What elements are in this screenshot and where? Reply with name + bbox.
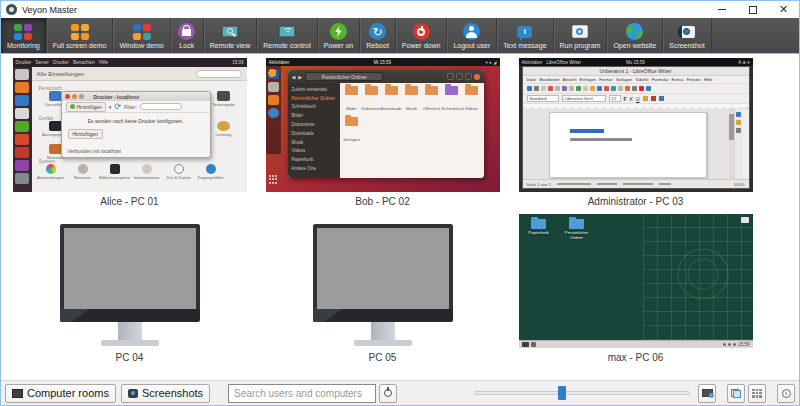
alice-settings-search (196, 70, 242, 78)
alice-settings-item: Zugangshilfen (195, 164, 227, 180)
computer-label: max - PC 06 (608, 352, 664, 363)
admin-menubar: Datei Bearbeiten Ansicht Einfügen Format… (523, 76, 749, 84)
alice-settings-item: Anwendungen (35, 164, 67, 180)
view-option-buttons: i (698, 384, 795, 403)
max-desktop-icon-trash: Papierkorb (521, 219, 557, 235)
toolbar-button-remote-view[interactable]: Remote view (204, 18, 257, 53)
computer-label: Bob - PC 02 (355, 196, 409, 207)
fullscreen-demo-icon (70, 23, 90, 41)
alice-settings-item: Informationen (131, 164, 163, 180)
toolbar-filler (712, 18, 799, 53)
toolbar-button-screenshot[interactable]: Screenshot (663, 18, 711, 53)
custom-arrangement-button[interactable] (727, 384, 745, 403)
open-website-icon (625, 23, 645, 41)
alice-settings-item: Zeit & Datum (163, 164, 195, 180)
thumbnail-size-slider[interactable] (474, 385, 690, 401)
dialog-add-toolbutton: Hinzufügen (66, 102, 106, 112)
veyon-app-icon (6, 4, 17, 15)
align-to-grid-button[interactable] (748, 384, 766, 403)
bob-files-content: Bilder Dokumente Downloads Musik Öffentl… (340, 83, 484, 178)
power-filter-button[interactable] (379, 384, 397, 403)
style-combobox: Standard (527, 95, 559, 102)
max-taskbar: 15:59 (519, 340, 753, 348)
run-program-icon (570, 23, 590, 41)
dialog-maximize-dot (79, 94, 84, 99)
max-system-tray: 15:59 (723, 342, 749, 347)
close-button[interactable]: ✕ (768, 1, 799, 18)
computer-thumbnail-administrator[interactable]: Aktivitäten LibreOffice Writer Mo 15:59 … (519, 58, 753, 192)
monitor-stand (118, 322, 142, 340)
computer-thumbnail-bob[interactable]: Aktivitäten Mi 15:59 ▾ ● ◢ ◀ ▶ Persönlic… (266, 58, 500, 192)
max-desktop-icon-home: Persönlicher Ordner (559, 219, 595, 240)
offline-computer-icon[interactable] (60, 214, 200, 348)
alice-dialog-status: Verbunden mit localhost (68, 148, 121, 154)
folder-item: Vorlagen (342, 117, 362, 145)
screenshots-icon (128, 389, 138, 398)
bold-icon: F (624, 96, 627, 102)
about-button[interactable]: i (777, 384, 795, 403)
bob-app-grid-icon (269, 175, 278, 184)
toolbar-button-logout-user[interactable]: Logout user (447, 18, 497, 53)
admin-window-title: Unbenannt 1 - LibreOffice Writer (523, 67, 749, 76)
reboot-icon: ↻ (368, 23, 388, 41)
bob-dock (266, 66, 281, 154)
toolbar-button-reboot[interactable]: ↻ Reboot (360, 18, 396, 53)
align-grid-icon (752, 389, 762, 398)
document-body-text (570, 138, 632, 141)
toolbar-button-remote-control[interactable]: Remote control (257, 18, 317, 53)
toolbar: Monitoring Full screen demo Window demo … (1, 18, 799, 54)
toolbar-button-run-program[interactable]: Run program (554, 18, 608, 53)
computer-cell-bob: Aktivitäten Mi 15:59 ▾ ● ◢ ◀ ▶ Persönlic… (256, 58, 509, 214)
toolbar-button-window-demo[interactable]: Window demo (113, 18, 170, 53)
monitor-screen (60, 224, 200, 309)
maximize-button[interactable] (737, 1, 768, 18)
alice-dialog-titlebar: Drucker - localhost (62, 92, 210, 101)
auto-adjust-size-button[interactable] (698, 384, 716, 403)
maximize-icon (749, 6, 757, 14)
alice-unity-launcher (13, 67, 32, 192)
folder-item: Downloads (382, 86, 402, 114)
status-bar: Computer rooms Screenshots i (1, 380, 799, 405)
toolbar-button-power-down[interactable]: Power down (396, 18, 448, 53)
bob-path-button: Persönlicher Ordner (305, 72, 383, 81)
bob-close-dot (474, 74, 480, 80)
remote-view-icon (220, 23, 240, 41)
search-input[interactable] (228, 384, 376, 403)
bob-files-headerbar: ◀ ▶ Persönlicher Ordner (288, 70, 484, 83)
slider-track[interactable] (474, 391, 690, 395)
underline-icon: U (636, 96, 640, 102)
toolbar-button-fullscreen-demo[interactable]: Full screen demo (47, 18, 114, 53)
toolbar-button-text-message[interactable]: i Text message (497, 18, 553, 53)
folder-icon (531, 219, 546, 229)
computer-thumbnail-max[interactable]: Papierkorb Persönlicher Ordner 15:59 (519, 214, 753, 348)
toolbar-button-lock[interactable]: Lock (171, 18, 204, 53)
folder-item: Musik (402, 86, 422, 114)
dialog-filter-input (140, 103, 182, 110)
toolbar-button-open-website[interactable]: Open website (607, 18, 663, 53)
text-message-icon: i (515, 23, 535, 41)
computer-rooms-button[interactable]: Computer rooms (5, 384, 116, 403)
nav-forward-icon: ▶ (298, 74, 302, 80)
offline-computer-icon[interactable] (313, 214, 453, 348)
computer-thumbnail-alice[interactable]: Drucker Server Drucker Betrachten Hilfe … (13, 58, 247, 192)
veyon-master-window: Veyon Master ✕ Monitoring Full screen de… (0, 0, 800, 406)
toolbar-button-monitoring[interactable]: Monitoring (1, 18, 47, 53)
toolbar-button-power-on[interactable]: Power on (318, 18, 361, 53)
thumbnail-size-slider-handle[interactable] (558, 386, 566, 400)
bob-files-window: ◀ ▶ Persönlicher Ordner Zuletzt verwende… (288, 70, 484, 178)
alice-printer-dialog: Drucker - localhost Hinzufügen ▾ ⟳ Filte… (61, 91, 211, 158)
max-wallpaper-pattern (643, 214, 753, 340)
computer-cell-pc05: PC 05 (256, 214, 509, 370)
minimize-button[interactable] (706, 1, 737, 18)
folder-item: Öffentlich (422, 86, 442, 114)
alice-dialog-message: Es wurden noch keine Drucker konfigurier… (62, 118, 210, 124)
power-icon (384, 389, 392, 397)
screenshot-icon (677, 23, 697, 41)
italic-icon: K (630, 96, 633, 102)
monitor-stand (371, 322, 395, 340)
power-on-icon (328, 23, 348, 41)
screenshots-button[interactable]: Screenshots (121, 384, 210, 403)
folder-item: Videos (462, 86, 482, 114)
taskbar-app-button (522, 342, 529, 347)
bob-files-sidebar: Zuletzt verwendet Persönlicher Ordner Sc… (288, 83, 340, 178)
